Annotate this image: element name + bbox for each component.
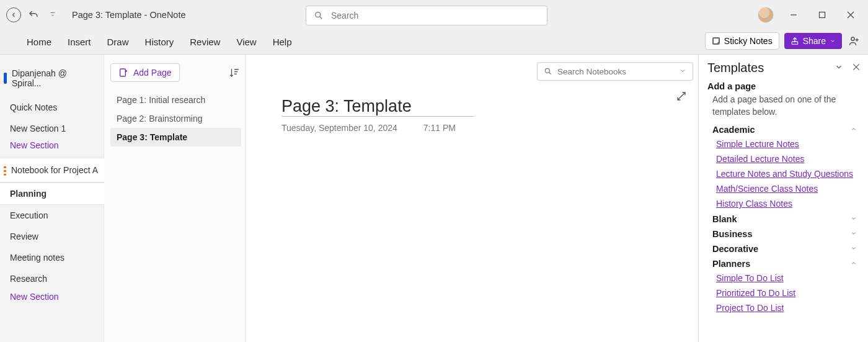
- section-planning[interactable]: Planning: [0, 182, 104, 205]
- notebook-color-indicator: [4, 73, 7, 84]
- template-category-blank[interactable]: Blank: [707, 211, 866, 226]
- search-placeholder: Search: [331, 11, 358, 20]
- svg-point-0: [316, 12, 321, 17]
- chevron-down-icon[interactable]: [835, 63, 843, 73]
- page-title[interactable]: Page 3: Template: [281, 55, 474, 117]
- svg-rect-5: [120, 69, 126, 76]
- share-icon: [790, 37, 799, 45]
- page-time: 7:11 PM: [423, 123, 456, 133]
- page-item-1[interactable]: Page 1: Initial research: [110, 91, 241, 109]
- section-new-section-2[interactable]: New Section: [0, 289, 104, 307]
- section-research[interactable]: Research: [0, 268, 104, 289]
- template-link[interactable]: Simple Lecture Notes: [707, 137, 866, 151]
- chevron-up-icon: [851, 126, 857, 133]
- tab-insert[interactable]: Insert: [60, 30, 99, 55]
- template-category-business[interactable]: Business: [707, 226, 866, 241]
- section-quick-notes[interactable]: Quick Notes: [0, 97, 104, 118]
- search-notebooks-placeholder: Search Notebooks: [557, 67, 626, 76]
- section-meeting-notes[interactable]: Meeting notes: [0, 247, 104, 268]
- template-link[interactable]: Simple To Do List: [707, 271, 866, 286]
- page-list: Add Page Page 1: Initial research Page 2…: [104, 55, 246, 342]
- template-category-label: Business: [712, 229, 752, 239]
- notebook-name-2: Notebook for Project A: [11, 165, 98, 175]
- template-category-label: Academic: [712, 125, 755, 135]
- section-new-section[interactable]: New Section: [0, 139, 104, 158]
- chevron-down-icon: [851, 245, 857, 253]
- global-search[interactable]: Search: [306, 6, 547, 25]
- tab-help[interactable]: Help: [265, 30, 300, 55]
- templates-description: Add a page based on one of the templates…: [707, 91, 866, 122]
- template-category-label: Decorative: [712, 244, 758, 254]
- page-item-2[interactable]: Page 2: Brainstorming: [110, 109, 241, 128]
- template-link[interactable]: Math/Science Class Notes: [707, 181, 866, 196]
- tab-view[interactable]: View: [228, 30, 264, 55]
- tab-history[interactable]: History: [137, 30, 182, 55]
- tab-home[interactable]: Home: [19, 30, 60, 55]
- minimize-button[interactable]: [785, 6, 802, 24]
- template-link[interactable]: Project To Do List: [707, 300, 866, 315]
- notebook-sidebar: Dipanjenah @ Spiral... Quick Notes New S…: [0, 55, 104, 342]
- page-date: Tuesday, September 10, 2024: [281, 123, 397, 133]
- template-category-academic[interactable]: Academic: [707, 122, 866, 137]
- templates-subtitle: Add a page: [707, 75, 866, 91]
- maximize-button[interactable]: [813, 6, 831, 24]
- sort-pages-button[interactable]: [228, 66, 241, 79]
- chevron-down-icon: [830, 38, 836, 44]
- svg-rect-3: [792, 42, 797, 44]
- search-notebooks[interactable]: Search Notebooks: [537, 62, 693, 81]
- templates-title: Templates: [707, 61, 764, 75]
- ribbon: Home Insert Draw History Review View Hel…: [0, 30, 868, 55]
- notebook-project-a[interactable]: Notebook for Project A: [0, 158, 104, 182]
- expand-page-icon[interactable]: [676, 91, 688, 103]
- undo-button[interactable]: [27, 9, 40, 21]
- notebook-name: Dipanjenah @ Spiral...: [12, 68, 99, 88]
- share-label: Share: [803, 36, 826, 46]
- collaborators-icon[interactable]: [847, 34, 862, 48]
- page-item-3[interactable]: Page 3: Template: [110, 128, 241, 146]
- section-review[interactable]: Review: [0, 226, 104, 247]
- section-execution[interactable]: Execution: [0, 205, 104, 226]
- search-icon: [314, 11, 324, 20]
- notebook-color-indicator-2: [4, 164, 6, 176]
- notebook-header[interactable]: Dipanjenah @ Spiral...: [0, 66, 104, 97]
- quick-access-dropdown[interactable]: [46, 11, 60, 19]
- tab-review[interactable]: Review: [182, 30, 228, 55]
- close-button[interactable]: [842, 6, 859, 24]
- back-button[interactable]: [6, 7, 21, 22]
- template-category-label: Planners: [712, 259, 750, 269]
- sticky-notes-button[interactable]: Sticky Notes: [705, 32, 779, 50]
- close-icon[interactable]: [852, 63, 861, 73]
- chevron-down-icon: [851, 230, 857, 238]
- search-icon: [544, 67, 552, 76]
- template-link[interactable]: History Class Notes: [707, 196, 866, 211]
- svg-point-4: [851, 37, 854, 40]
- sticky-notes-label: Sticky Notes: [724, 36, 773, 46]
- share-button[interactable]: Share: [784, 33, 842, 49]
- add-page-icon: [118, 68, 128, 78]
- svg-rect-1: [820, 12, 825, 18]
- template-link[interactable]: Prioritized To Do List: [707, 286, 866, 300]
- chevron-down-icon: [679, 67, 686, 76]
- template-link[interactable]: Lecture Notes and Study Questions: [707, 166, 866, 181]
- tab-draw[interactable]: Draw: [99, 30, 137, 55]
- templates-pane: Templates Add a page Add a page based on…: [698, 55, 868, 342]
- template-link[interactable]: Detailed Lecture Notes: [707, 151, 866, 166]
- page-canvas[interactable]: Search Notebooks Page 3: Template Tuesda…: [246, 55, 698, 342]
- chevron-up-icon: [851, 260, 857, 268]
- chevron-down-icon: [851, 215, 857, 223]
- template-category-planners[interactable]: Planners: [707, 256, 866, 271]
- add-page-label: Add Page: [133, 68, 172, 78]
- sticky-note-icon: [712, 37, 720, 45]
- window-title: Page 3: Template - OneNote: [72, 10, 186, 20]
- template-category-decorative[interactable]: Decorative: [707, 241, 866, 256]
- add-page-button[interactable]: Add Page: [110, 63, 180, 82]
- user-avatar[interactable]: [758, 7, 774, 23]
- svg-point-6: [545, 68, 549, 73]
- titlebar: Page 3: Template - OneNote Search: [0, 0, 868, 30]
- section-new-section-1[interactable]: New Section 1: [0, 118, 104, 139]
- template-category-label: Blank: [712, 214, 737, 224]
